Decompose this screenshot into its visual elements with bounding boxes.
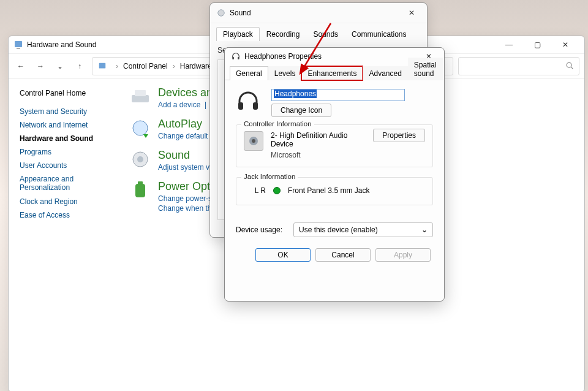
svg-rect-0 xyxy=(15,41,22,47)
svg-rect-16 xyxy=(238,102,243,110)
recent-dropdown[interactable]: ⌄ xyxy=(53,59,67,74)
sidebar-item-hardware-sound[interactable]: Hardware and Sound xyxy=(20,132,124,145)
group-title: Controller Information xyxy=(241,120,314,127)
search-input[interactable] xyxy=(458,57,579,75)
device-usage-value: Use this device (enable) xyxy=(299,226,378,234)
jack-info-group: Jack Information L R Front Panel 3.5 mm … xyxy=(236,177,433,205)
minimize-button[interactable]: — xyxy=(495,36,523,53)
close-button[interactable]: ✕ xyxy=(551,36,579,53)
control-panel-icon xyxy=(97,61,107,71)
properties-title: Headphones Properties xyxy=(244,52,322,61)
jack-description: Front Panel 3.5 mm Jack xyxy=(288,186,369,195)
chevron-right-icon: › xyxy=(173,62,175,70)
svg-marker-8 xyxy=(143,134,148,138)
power-icon xyxy=(130,180,151,201)
sub-link[interactable]: Add a device xyxy=(158,101,200,109)
controller-properties-button[interactable]: Properties xyxy=(373,129,425,142)
cp-title: Hardware and Sound xyxy=(27,40,96,49)
svg-point-13 xyxy=(218,10,225,17)
device-name-value: Headphones xyxy=(274,89,317,98)
sidebar-item-system-security[interactable]: System and Security xyxy=(20,105,124,118)
headphones-icon xyxy=(231,51,241,61)
group-title: Jack Information xyxy=(241,173,298,180)
tab-general[interactable]: General xyxy=(230,66,268,80)
sound-icon xyxy=(130,149,151,170)
controller-vendor: Microsoft xyxy=(271,151,366,159)
devices-printers-icon xyxy=(130,86,151,107)
forward-button[interactable]: → xyxy=(33,59,48,74)
svg-rect-14 xyxy=(232,57,234,59)
device-name-input[interactable]: Headphones xyxy=(271,89,405,101)
svg-rect-6 xyxy=(135,90,146,96)
tab-enhancements[interactable]: Enhancements xyxy=(301,66,363,80)
maximize-button[interactable]: ▢ xyxy=(523,36,551,53)
controller-icon xyxy=(244,131,263,151)
svg-rect-12 xyxy=(138,181,143,184)
tab-advanced[interactable]: Advanced xyxy=(363,66,407,80)
cancel-button[interactable]: Cancel xyxy=(315,248,371,262)
sidebar-item-programs[interactable]: Programs xyxy=(20,145,124,159)
controller-name: 2- High Definition Audio Device xyxy=(271,131,366,148)
svg-rect-2 xyxy=(99,63,106,69)
change-icon-button[interactable]: Change Icon xyxy=(271,104,331,117)
close-button[interactable]: ✕ xyxy=(402,4,421,21)
up-button[interactable]: ↑ xyxy=(72,59,87,74)
svg-rect-11 xyxy=(135,184,145,197)
jack-channels: L R xyxy=(247,186,266,195)
cp-sidebar: Control Panel Home System and Security N… xyxy=(20,86,124,222)
speaker-icon xyxy=(216,8,226,18)
headphones-large-icon xyxy=(236,89,260,113)
sidebar-home[interactable]: Control Panel Home xyxy=(20,86,124,100)
autoplay-icon xyxy=(130,118,151,139)
search-icon xyxy=(565,61,574,72)
device-usage-select[interactable]: Use this device (enable) ⌄ xyxy=(293,222,433,237)
crumb-root[interactable]: Control Panel xyxy=(123,62,168,70)
properties-tabs: General Levels Enhancements Advanced Spa… xyxy=(225,65,444,80)
svg-point-10 xyxy=(137,156,143,162)
tab-sounds[interactable]: Sounds xyxy=(306,27,345,41)
sound-tabs: Playback Recording Sounds Communications xyxy=(210,23,427,41)
tab-recording[interactable]: Recording xyxy=(260,27,307,41)
svg-rect-15 xyxy=(238,57,239,59)
tab-levels[interactable]: Levels xyxy=(268,66,302,80)
sidebar-item-user-accounts[interactable]: User Accounts xyxy=(20,159,124,172)
sidebar-item-appearance[interactable]: Appearance and Personalization xyxy=(20,172,124,195)
svg-point-19 xyxy=(252,139,255,143)
sidebar-item-ease-access[interactable]: Ease of Access xyxy=(20,208,124,222)
tab-playback[interactable]: Playback xyxy=(216,27,260,41)
sidebar-item-clock-region[interactable]: Clock and Region xyxy=(20,195,124,208)
apply-button[interactable]: Apply xyxy=(375,248,431,262)
svg-point-7 xyxy=(133,121,148,135)
svg-line-4 xyxy=(571,67,573,69)
device-usage-label: Device usage: xyxy=(236,226,282,234)
jack-color-dot xyxy=(273,187,281,194)
back-button[interactable]: ← xyxy=(13,59,28,74)
tab-spatial-sound[interactable]: Spatial sound xyxy=(408,58,443,80)
sound-titlebar: Sound ✕ xyxy=(210,3,427,23)
sidebar-item-network-internet[interactable]: Network and Internet xyxy=(20,118,124,132)
chevron-down-icon: ⌄ xyxy=(421,226,428,234)
sound-title: Sound xyxy=(230,9,251,17)
ok-button[interactable]: OK xyxy=(255,248,311,262)
svg-point-3 xyxy=(567,63,571,67)
tab-communications[interactable]: Communications xyxy=(345,27,413,41)
svg-rect-1 xyxy=(17,48,20,49)
control-panel-icon xyxy=(13,40,23,50)
chevron-right-icon: › xyxy=(116,62,118,70)
headphones-properties-window: Headphones Properties ✕ General Levels E… xyxy=(224,47,445,302)
controller-info-group: Controller Information 2- High Definitio… xyxy=(236,124,433,167)
svg-rect-17 xyxy=(253,102,258,110)
